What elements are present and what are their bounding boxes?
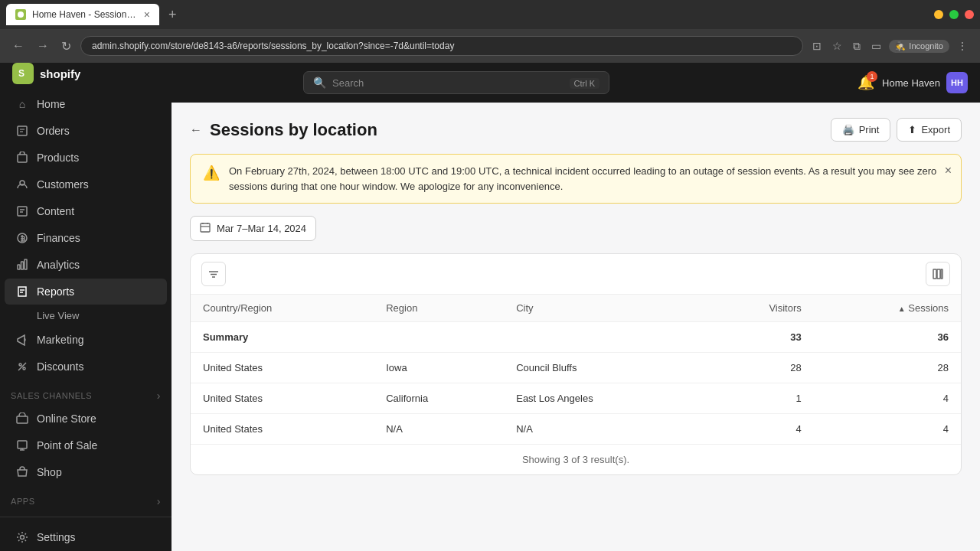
sidebar-item-analytics[interactable]: Analytics (5, 252, 167, 278)
sidebar-item-orders-label: Orders (37, 125, 70, 137)
svg-rect-13 (24, 259, 27, 269)
sidebar-item-home[interactable]: ⌂ Home (5, 91, 167, 117)
sidebar-item-content[interactable]: Content (5, 198, 167, 224)
extensions-icon[interactable]: ⧉ (850, 37, 864, 56)
export-btn[interactable]: ⬆ Export (897, 118, 962, 142)
window-close-btn[interactable] (965, 10, 974, 19)
browser-tab[interactable]: Home Haven - Sessions by loca × (6, 4, 159, 25)
row2-country: United States (191, 383, 374, 414)
row1-city: Council Bluffs (504, 353, 702, 383)
window-maximize-btn[interactable] (949, 10, 959, 19)
table-result-count: Showing 3 of 3 result(s). (522, 454, 629, 465)
page-title: Sessions by location (210, 120, 377, 140)
row1-region: Iowa (374, 353, 504, 383)
sidebar-item-pos-label: Point of Sale (37, 439, 97, 452)
alert-banner: ⚠️ On February 27th, 2024, between 18:00… (190, 154, 962, 204)
customers-icon (15, 178, 29, 191)
window-minimize-btn[interactable] (934, 10, 943, 19)
sidebar-item-discounts-label: Discounts (37, 360, 83, 373)
print-btn[interactable]: 🖨️ Print (831, 118, 891, 142)
col-header-region: Region (374, 295, 504, 322)
sidebar-item-online-store[interactable]: Online Store (5, 406, 167, 432)
incognito-icon: 🕵 (895, 41, 906, 51)
apps-chevron[interactable]: › (157, 495, 161, 507)
app-container: S shopify ⌂ Home Orders (0, 63, 980, 551)
sidebar-sub-item-live-view-label: Live View (37, 310, 79, 321)
svg-rect-11 (18, 265, 20, 269)
sidebar-item-customers[interactable]: Customers (5, 171, 167, 197)
sidebar-item-pos[interactable]: Point of Sale (5, 432, 167, 458)
apps-section: Apps › (0, 486, 172, 510)
col-header-visitors: Visitors (702, 295, 813, 322)
page-title-area: ← Sessions by location (190, 120, 377, 140)
filter-toggle-btn[interactable] (201, 262, 226, 286)
calendar-icon (200, 222, 211, 235)
search-kbd-hint: Ctrl K (570, 77, 600, 89)
table-row-summary: Summary 33 36 (191, 322, 961, 353)
print-icon: 🖨️ (842, 124, 854, 135)
new-tab-btn[interactable]: + (164, 5, 181, 24)
summary-sessions-cell: 36 (814, 322, 961, 353)
shopify-logo: S shopify (12, 63, 80, 84)
sidebar-item-finances[interactable]: Finances (5, 225, 167, 251)
toolbar-icons: ⊡ ☆ ⧉ ▭ 🕵 Incognito ⋮ (809, 37, 971, 56)
shopify-header: 🔍 Search Ctrl K 🔔 1 Home Haven HH (172, 63, 980, 103)
sidebar-sub-item-live-view[interactable]: Live View (5, 305, 167, 326)
page-actions: 🖨️ Print ⬆ Export (831, 118, 962, 142)
notification-btn[interactable]: 🔔 1 (858, 74, 874, 91)
kbd-shortcut-label: Ctrl K (570, 78, 600, 89)
sidebar-item-marketing[interactable]: Marketing (5, 327, 167, 353)
shopify-search-bar[interactable]: 🔍 Search Ctrl K (303, 71, 609, 94)
table-header-row: Country/Region Region City Visitors (191, 295, 961, 322)
summary-region-cell (374, 322, 504, 353)
screen-cast-icon[interactable]: ⊡ (809, 37, 825, 55)
row2-city: East Los Angeles (504, 383, 702, 414)
col-header-sessions[interactable]: ▲ Sessions (814, 295, 961, 322)
store-badge[interactable]: Home Haven HH (882, 72, 968, 93)
row3-visitors: 4 (702, 414, 813, 445)
sidebar-item-discounts[interactable]: Discounts (5, 354, 167, 380)
sidebar-toggle-icon[interactable]: ▭ (868, 37, 884, 55)
shopify-logo-text: shopify (40, 67, 80, 80)
row3-sessions: 4 (814, 414, 961, 445)
sidebar-item-marketing-label: Marketing (37, 334, 83, 346)
sidebar-item-settings[interactable]: Settings (5, 524, 167, 550)
row1-sessions: 28 (814, 353, 961, 383)
date-filter-btn[interactable]: Mar 7–Mar 14, 2024 (190, 216, 316, 241)
window-controls (934, 10, 974, 19)
tab-close-btn[interactable]: × (144, 9, 150, 20)
reload-btn[interactable]: ↻ (58, 36, 74, 57)
svg-point-0 (18, 11, 24, 18)
sidebar-item-orders[interactable]: Orders (5, 118, 167, 144)
back-btn[interactable]: ← (190, 123, 202, 137)
svg-point-16 (19, 364, 21, 366)
sidebar-item-shop[interactable]: Shop (5, 459, 167, 485)
svg-text:S: S (18, 68, 24, 79)
address-url: admin.shopify.com/store/de8143-a6/report… (92, 41, 454, 51)
sidebar-footer: Settings (0, 517, 172, 551)
online-store-icon (15, 412, 29, 425)
back-nav-btn[interactable]: ← (9, 36, 28, 56)
address-bar[interactable]: admin.shopify.com/store/de8143-a6/report… (80, 36, 803, 56)
row1-country: United States (191, 353, 374, 383)
sales-channels-chevron[interactable]: › (157, 390, 161, 402)
row1-visitors: 28 (702, 353, 813, 383)
orders-icon (15, 124, 29, 138)
products-icon (15, 151, 29, 165)
svg-point-23 (21, 536, 24, 540)
alert-close-btn[interactable]: × (945, 164, 952, 178)
alert-warning-icon: ⚠️ (203, 165, 220, 181)
column-settings-btn[interactable] (926, 262, 950, 286)
sidebar-item-products[interactable]: Products (5, 145, 167, 171)
browser-toolbar: ← → ↻ admin.shopify.com/store/de8143-a6/… (0, 29, 980, 63)
table-footer: Showing 3 of 3 result(s). (191, 444, 961, 474)
chrome-menu-icon[interactable]: ⋮ (954, 37, 971, 55)
sidebar-item-reports[interactable]: Reports (5, 279, 167, 305)
sidebar-item-customers-label: Customers (37, 178, 89, 191)
reports-icon (15, 285, 29, 298)
svg-rect-7 (18, 207, 27, 216)
bookmark-icon[interactable]: ☆ (829, 37, 845, 55)
svg-rect-20 (18, 441, 27, 448)
forward-nav-btn[interactable]: → (34, 36, 52, 56)
row3-country: United States (191, 414, 374, 445)
